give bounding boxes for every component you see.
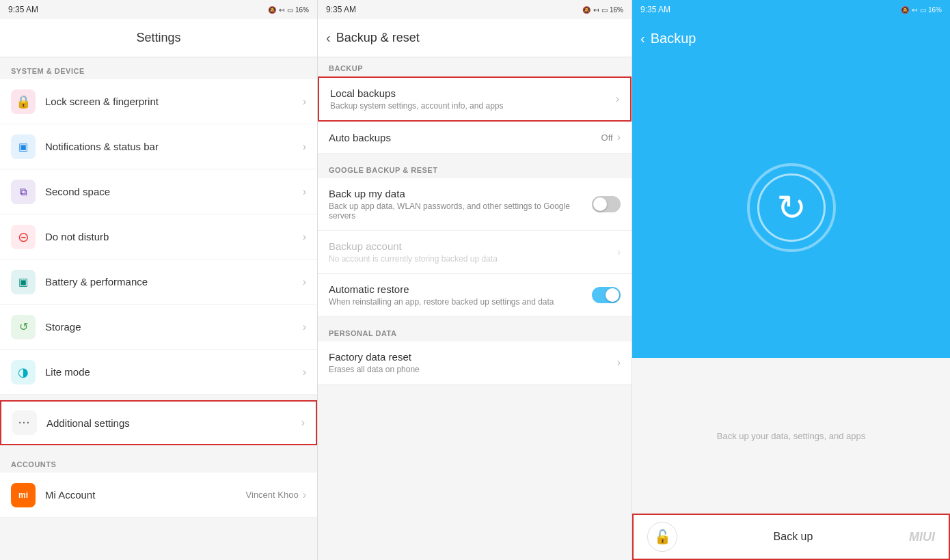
backup-reset-panel: 9:35 AM 🔕 ↤ ▭ 16% ‹ Backup & reset BACKU… xyxy=(318,0,632,560)
lock-screen-label: Lock screen & fingerprint xyxy=(45,96,303,107)
mi-account-label: Mi Account xyxy=(45,489,246,501)
sidebar-item-mi-account[interactable]: mi Mi Account Vincent Khoo › xyxy=(0,473,317,518)
backup-button[interactable]: Back up xyxy=(688,522,898,552)
notifications-icon: ▣ xyxy=(11,135,36,159)
gap2 xyxy=(0,445,317,451)
signal-icon: ↤ xyxy=(279,6,284,14)
gap1 xyxy=(0,395,317,400)
backup-icon-outer-circle: ↺ xyxy=(747,163,836,252)
local-backups-sub: Backup system settings, account info, an… xyxy=(330,101,616,111)
factory-reset-sub: Erases all data on phone xyxy=(329,365,617,374)
sidebar-item-notifications[interactable]: ▣ Notifications & status bar › xyxy=(0,124,317,169)
local-backups-label: Local backups xyxy=(330,87,616,99)
backup-action-bar: 🔓 Back up MIUI xyxy=(632,514,950,560)
backup-reset-title: Backup & reset xyxy=(336,31,420,45)
battery-icon: ▭ 16% xyxy=(287,6,309,14)
auto-backups-item[interactable]: Auto backups Off › xyxy=(318,122,632,154)
second-space-label: Second space xyxy=(45,186,303,197)
lock-icon-button[interactable]: 🔓 xyxy=(647,522,677,552)
lite-mode-chevron: › xyxy=(303,366,306,378)
storage-text: Storage xyxy=(45,321,303,333)
sidebar-item-storage[interactable]: ↺ Storage › xyxy=(0,305,317,350)
time-panel1: 9:35 AM xyxy=(8,5,38,14)
status-icons-panel2: 🔕 ↤ ▭ 16% xyxy=(582,6,623,14)
gap4 xyxy=(318,317,632,322)
sidebar-item-battery[interactable]: ▣ Battery & performance › xyxy=(0,260,317,305)
back-up-my-data-item[interactable]: Back up my data Back up app data, WLAN p… xyxy=(318,178,632,231)
mute-icon2: 🔕 xyxy=(582,6,591,14)
additional-settings-icon: ··· xyxy=(12,410,37,435)
backup-refresh-icon: ↺ xyxy=(776,187,806,228)
status-bar-panel2: 9:35 AM 🔕 ↤ ▭ 16% xyxy=(318,0,632,19)
battery-icon3: ▭ 16% xyxy=(920,6,942,14)
storage-icon: ↺ xyxy=(11,315,36,339)
auto-backups-value: Off xyxy=(601,132,613,143)
do-not-disturb-icon: ⊝ xyxy=(11,225,36,249)
backup-title: Backup xyxy=(651,31,696,46)
back-arrow-panel2[interactable]: ‹ xyxy=(326,30,331,46)
battery-text: Battery & performance xyxy=(45,276,303,288)
toggle-thumb xyxy=(593,197,607,211)
back-up-my-data-toggle[interactable] xyxy=(592,196,621,212)
backup-section-label: BACKUP xyxy=(318,57,632,76)
status-bar-panel1: 9:35 AM 🔕 ↤ ▭ 16% xyxy=(0,0,317,19)
signal-icon2: ↤ xyxy=(593,6,599,14)
sidebar-item-do-not-disturb[interactable]: ⊝ Do not disturb › xyxy=(0,214,317,260)
google-backup-section-label: GOOGLE BACKUP & RESET xyxy=(318,159,632,178)
lite-mode-icon: ◑ xyxy=(11,360,36,384)
lite-mode-label: Lite mode xyxy=(45,366,303,378)
battery-chevron: › xyxy=(303,276,306,288)
backup-account-item: Backup account No account is currently s… xyxy=(318,231,632,274)
additional-settings-text: Additional settings xyxy=(46,417,301,429)
lite-mode-text: Lite mode xyxy=(45,366,303,378)
backup-account-text: Backup account No account is currently s… xyxy=(329,240,617,264)
system-section-header: SYSTEM & DEVICE xyxy=(0,57,317,79)
sidebar-item-lite-mode[interactable]: ◑ Lite mode › xyxy=(0,350,317,395)
personal-data-section-label: PERSONAL DATA xyxy=(318,322,632,341)
local-backups-chevron: › xyxy=(616,93,619,105)
gap3 xyxy=(318,154,632,159)
back-up-my-data-label: Back up my data xyxy=(329,188,592,199)
back-up-my-data-sub: Back up app data, WLAN passwords, and ot… xyxy=(329,201,592,221)
automatic-restore-label: Automatic restore xyxy=(329,283,592,295)
backup-account-sub: No account is currently storing backed u… xyxy=(329,254,617,264)
storage-label: Storage xyxy=(45,321,303,333)
factory-reset-chevron: › xyxy=(617,356,621,369)
backup-account-chevron: › xyxy=(617,246,621,258)
sidebar-item-lock-screen[interactable]: 🔒 Lock screen & fingerprint › xyxy=(0,79,317,124)
mi-account-icon: mi xyxy=(11,483,36,507)
local-backups-item[interactable]: Local backups Backup system settings, ac… xyxy=(318,76,632,122)
automatic-restore-toggle[interactable] xyxy=(592,287,621,303)
factory-reset-text: Factory data reset Erases all data on ph… xyxy=(329,351,617,374)
storage-chevron: › xyxy=(303,321,306,333)
factory-data-reset-item[interactable]: Factory data reset Erases all data on ph… xyxy=(318,341,632,384)
backup-icon-inner-circle: ↺ xyxy=(757,173,826,242)
backup-blue-area: ↺ xyxy=(632,57,950,358)
do-not-disturb-chevron: › xyxy=(303,231,306,243)
local-backups-text: Local backups Backup system settings, ac… xyxy=(330,87,616,111)
settings-title: Settings xyxy=(0,19,317,57)
additional-settings-label: Additional settings xyxy=(46,417,301,429)
automatic-restore-item[interactable]: Automatic restore When reinstalling an a… xyxy=(318,274,632,317)
time-panel2: 9:35 AM xyxy=(326,5,356,14)
backup-account-label: Backup account xyxy=(329,240,617,252)
second-space-chevron: › xyxy=(303,186,306,198)
backup-panel: 9:35 AM 🔕 ↤ ▭ 16% ‹ Backup ↺ Back up you… xyxy=(632,0,950,560)
time-panel3: 9:35 AM xyxy=(640,5,670,14)
auto-backups-chevron: › xyxy=(617,131,621,143)
status-icons-panel1: 🔕 ↤ ▭ 16% xyxy=(268,6,309,14)
do-not-disturb-label: Do not disturb xyxy=(45,231,303,242)
mute-icon: 🔕 xyxy=(268,6,276,14)
battery-icon2: ▭ 16% xyxy=(601,6,623,14)
sidebar-item-additional-settings[interactable]: ··· Additional settings › xyxy=(0,400,317,445)
backup-description: Back up your data, settings, and apps xyxy=(717,431,866,441)
backup-bottom-area: Back up your data, settings, and apps xyxy=(632,358,950,514)
signal-icon3: ↤ xyxy=(912,6,917,14)
second-space-text: Second space xyxy=(45,186,303,197)
backup-header: ‹ Backup xyxy=(632,19,950,57)
additional-settings-chevron: › xyxy=(301,417,305,429)
toggle-thumb2 xyxy=(606,288,619,302)
back-arrow-panel3[interactable]: ‹ xyxy=(640,31,645,46)
factory-reset-label: Factory data reset xyxy=(329,351,617,363)
sidebar-item-second-space[interactable]: ⧉ Second space › xyxy=(0,169,317,214)
